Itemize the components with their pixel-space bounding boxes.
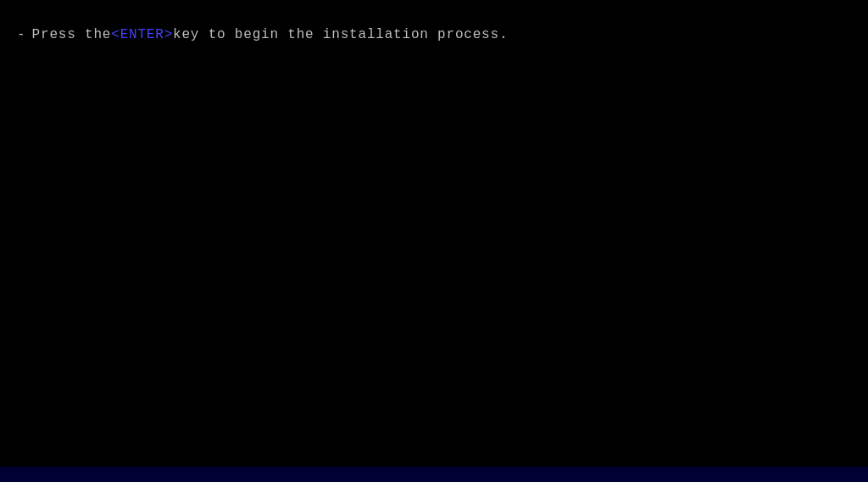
enter-key-text: <ENTER> [111,25,173,44]
suffix-text: key to begin the installation process. [173,25,508,44]
prefix-text: Press the [32,25,112,44]
bottom-bar [0,467,868,482]
terminal-content: - Press the <ENTER> key to begin the ins… [0,0,868,44]
dash-symbol: - [17,25,25,44]
terminal-screen: - Press the <ENTER> key to begin the ins… [0,0,868,482]
terminal-line: - Press the <ENTER> key to begin the ins… [17,25,851,44]
